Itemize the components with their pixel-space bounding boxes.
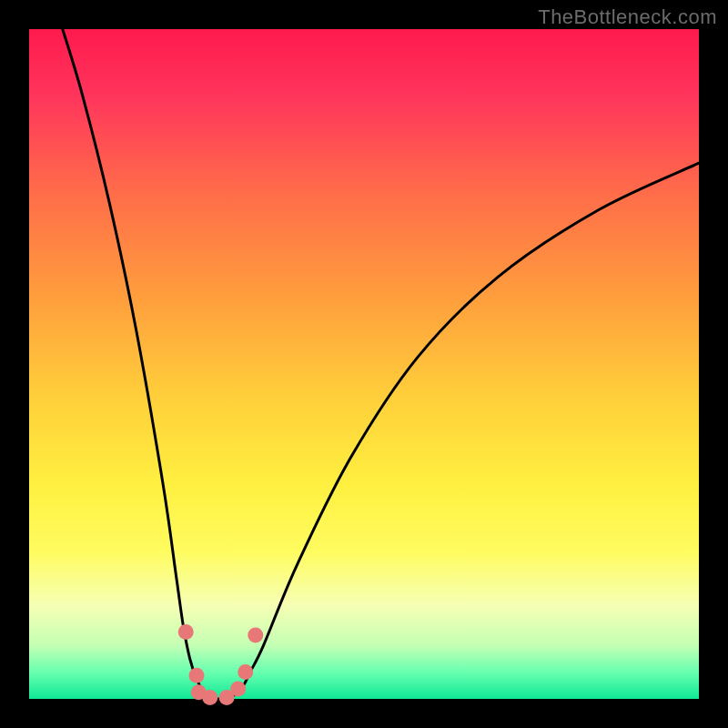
bottleneck-curve xyxy=(63,29,699,700)
data-dot xyxy=(202,690,217,705)
data-dot xyxy=(238,664,253,680)
data-dot xyxy=(248,628,263,643)
data-dot xyxy=(178,624,194,640)
chart-frame: TheBottleneck.com xyxy=(0,0,728,728)
data-dot xyxy=(189,668,205,683)
data-dot xyxy=(230,681,246,696)
curve-svg xyxy=(29,29,699,699)
watermark-text: TheBottleneck.com xyxy=(538,5,717,29)
plot-area xyxy=(29,29,699,699)
